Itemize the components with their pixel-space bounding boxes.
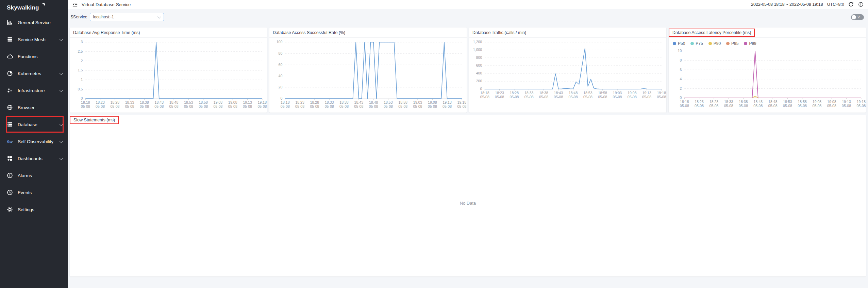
svg-text:18:23: 18:23 bbox=[495, 91, 504, 95]
legend-item-p75[interactable]: P75 bbox=[690, 41, 703, 46]
svg-text:05-08: 05-08 bbox=[295, 104, 304, 108]
legend-item-p95[interactable]: P95 bbox=[726, 41, 738, 46]
svg-text:05-08: 05-08 bbox=[140, 104, 149, 108]
svg-text:18:43: 18:43 bbox=[554, 91, 563, 95]
percentile-legend: P50P75P90P95P99 bbox=[669, 38, 866, 47]
sidebar-item-label: General Service bbox=[18, 20, 51, 25]
svg-text:8: 8 bbox=[680, 58, 682, 62]
svg-text:4: 4 bbox=[680, 77, 682, 81]
sidebar-item-browser[interactable]: Browser bbox=[0, 99, 68, 116]
alarm-icon bbox=[7, 172, 13, 179]
sidebar-item-kubernetes[interactable]: Kubernetes bbox=[0, 65, 68, 82]
svg-text:800: 800 bbox=[476, 56, 482, 60]
sidebar-item-label: Service Mesh bbox=[18, 37, 46, 42]
svg-text:1: 1 bbox=[81, 78, 83, 82]
svg-text:05-08: 05-08 bbox=[96, 104, 105, 108]
legend-item-p90[interactable]: P90 bbox=[708, 41, 721, 46]
sidebar-item-events[interactable]: Events bbox=[0, 184, 68, 201]
k8s-icon bbox=[7, 70, 13, 77]
sidebar-item-label: Dashboards bbox=[18, 156, 43, 161]
svg-text:05-08: 05-08 bbox=[257, 104, 267, 108]
refresh-icon[interactable] bbox=[848, 2, 854, 7]
sidebar-item-label: Alarms bbox=[18, 173, 32, 178]
chevron-down-icon bbox=[59, 71, 63, 75]
legend-dot bbox=[744, 42, 747, 45]
svg-text:80: 80 bbox=[279, 51, 283, 55]
svg-text:19:03: 19:03 bbox=[813, 100, 822, 104]
service-select[interactable]: localhost:-1 bbox=[90, 13, 164, 21]
skywalking-logo[interactable]: Skywalking bbox=[0, 0, 68, 14]
svg-text:1,200: 1,200 bbox=[473, 40, 482, 44]
chevron-down-icon bbox=[59, 139, 63, 143]
svg-text:05-08: 05-08 bbox=[583, 95, 592, 99]
globe-icon bbox=[7, 104, 13, 111]
skywalking-logo-text: Skywalking bbox=[7, 4, 39, 11]
svg-text:05-08: 05-08 bbox=[642, 95, 651, 99]
svg-text:18:38: 18:38 bbox=[539, 91, 548, 95]
cloud-icon bbox=[7, 53, 13, 60]
svg-text:19:13: 19:13 bbox=[642, 91, 651, 95]
chevron-down-icon bbox=[157, 15, 161, 18]
svg-text:19:18: 19:18 bbox=[857, 100, 866, 104]
svg-text:05-08: 05-08 bbox=[524, 95, 534, 99]
sidebar-item-database[interactable]: Database bbox=[0, 116, 68, 133]
main-area: Virtual-Database-Service 2022-05-08 18:1… bbox=[68, 0, 868, 288]
sidebar-item-general-service[interactable]: General Service bbox=[0, 14, 68, 31]
sidebar-item-functions[interactable]: Functions bbox=[0, 48, 68, 65]
svg-text:18:18: 18:18 bbox=[81, 100, 90, 104]
svg-text:0: 0 bbox=[680, 96, 682, 100]
svg-text:19:03: 19:03 bbox=[413, 100, 422, 104]
svg-text:05-08: 05-08 bbox=[199, 104, 208, 108]
view-edit-toggle[interactable]: V bbox=[851, 14, 864, 20]
svg-text:6: 6 bbox=[680, 68, 682, 72]
dots-icon bbox=[7, 87, 13, 94]
svg-text:19:18: 19:18 bbox=[457, 100, 467, 104]
svg-text:05-08: 05-08 bbox=[281, 104, 290, 108]
svg-text:1,000: 1,000 bbox=[473, 48, 482, 52]
svg-text:05-08: 05-08 bbox=[827, 104, 836, 108]
svg-text:05-08: 05-08 bbox=[680, 104, 689, 108]
page-title: Virtual-Database-Service bbox=[82, 2, 131, 7]
svg-text:05-08: 05-08 bbox=[398, 104, 407, 108]
sidebar-item-service-mesh[interactable]: Service Mesh bbox=[0, 31, 68, 48]
svg-text:05-08: 05-08 bbox=[325, 104, 334, 108]
sidebar-item-label: Infrastructure bbox=[18, 88, 45, 93]
svg-text:05-08: 05-08 bbox=[243, 104, 252, 108]
panel-avg-response-time: Database Avg Response Time (ms) 00.511.5… bbox=[70, 28, 267, 113]
svg-text:05-08: 05-08 bbox=[443, 104, 452, 108]
layers-icon bbox=[7, 36, 13, 43]
svg-text:05-08: 05-08 bbox=[739, 104, 748, 108]
service-variable-label: $Service bbox=[71, 15, 87, 19]
panel-successful-rate: Database Access Successful Rate (%) 0204… bbox=[269, 28, 467, 113]
svg-text:19:03: 19:03 bbox=[613, 91, 622, 95]
svg-text:18:23: 18:23 bbox=[295, 100, 304, 104]
sidebar-item-infrastructure[interactable]: Infrastructure bbox=[0, 82, 68, 99]
sidebar-item-settings[interactable]: Settings bbox=[0, 201, 68, 218]
svg-text:05-08: 05-08 bbox=[657, 95, 666, 99]
svg-text:05-08: 05-08 bbox=[125, 104, 134, 108]
svg-text:19:03: 19:03 bbox=[214, 100, 223, 104]
svg-text:0.5: 0.5 bbox=[78, 87, 83, 91]
time-range[interactable]: 2022-05-08 18:18 ~ 2022-05-08 19:18 bbox=[751, 2, 823, 7]
svg-text:19:13: 19:13 bbox=[443, 100, 452, 104]
avg-response-time-chart: 00.511.522.5318:1805-0818:2305-0818:2805… bbox=[70, 38, 267, 113]
svg-text:05-08: 05-08 bbox=[695, 104, 704, 108]
svg-text:18:53: 18:53 bbox=[783, 100, 792, 104]
sidebar-item-self-observability[interactable]: SwSelf Observability bbox=[0, 133, 68, 150]
legend-item-p50[interactable]: P50 bbox=[673, 41, 685, 46]
sidebar-item-alarms[interactable]: Alarms bbox=[0, 167, 68, 184]
svg-text:60: 60 bbox=[279, 63, 283, 67]
sidebar-item-dashboards[interactable]: Dashboards bbox=[0, 150, 68, 167]
svg-text:18:58: 18:58 bbox=[398, 100, 407, 104]
toggle-knob bbox=[852, 15, 856, 19]
svg-text:18:38: 18:38 bbox=[739, 100, 748, 104]
sidebar-nav: General ServiceService MeshFunctionsKube… bbox=[0, 14, 68, 218]
svg-text:05-08: 05-08 bbox=[214, 104, 223, 108]
sw-icon: Sw bbox=[7, 138, 13, 145]
info-icon[interactable] bbox=[858, 2, 864, 7]
no-data-text: No Data bbox=[70, 201, 866, 206]
svg-text:18:38: 18:38 bbox=[140, 100, 149, 104]
svg-text:18:48: 18:48 bbox=[768, 100, 778, 104]
legend-item-p99[interactable]: P99 bbox=[744, 41, 756, 46]
collapse-sidebar-icon[interactable] bbox=[72, 2, 78, 7]
